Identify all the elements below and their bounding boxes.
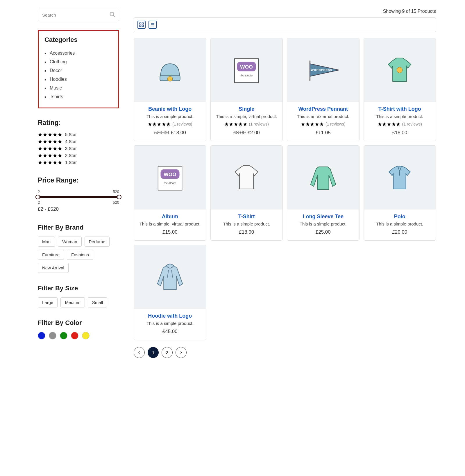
product-title[interactable]: T-Shirt with Logo bbox=[367, 106, 432, 112]
categories-title: Categories bbox=[44, 36, 112, 44]
svg-text:WOO: WOO bbox=[164, 171, 176, 177]
rating-label: 5 Star bbox=[65, 132, 77, 137]
product-card: Hoodie with LogoThis is a simple product… bbox=[134, 245, 206, 340]
category-item[interactable]: Music bbox=[44, 84, 112, 92]
product-description: This is a simple product. bbox=[214, 221, 279, 226]
price-slider-track[interactable] bbox=[38, 196, 119, 198]
product-rating: (1 reviews) bbox=[214, 122, 279, 126]
product-title[interactable]: WordPress Pennant bbox=[291, 106, 356, 112]
list-view-button[interactable] bbox=[149, 21, 157, 29]
price-title: Price Range: bbox=[38, 176, 119, 184]
price-range-text: £2 - £520 bbox=[38, 206, 119, 212]
product-price: £3.00£2.00 bbox=[214, 130, 279, 136]
product-image-wrap[interactable]: WORDPRESS bbox=[287, 38, 359, 102]
star-icon bbox=[53, 153, 57, 158]
brand-tag[interactable]: Perfume bbox=[85, 237, 110, 247]
category-item[interactable]: Hoodies bbox=[44, 75, 112, 84]
brand-tag[interactable]: Fashions bbox=[67, 250, 93, 260]
color-swatch[interactable] bbox=[49, 332, 56, 339]
product-card: WOOthe singleSingleThis is a simple, vir… bbox=[210, 38, 283, 141]
star-icon bbox=[43, 139, 47, 144]
star-icon bbox=[53, 160, 57, 165]
product-image-wrap[interactable] bbox=[364, 146, 436, 210]
color-swatch[interactable] bbox=[82, 332, 90, 339]
star-icon bbox=[38, 160, 42, 165]
pagination-page[interactable]: 1 bbox=[148, 347, 159, 358]
star-icon bbox=[229, 122, 233, 126]
rating-filter-row[interactable]: 5 Star bbox=[38, 132, 119, 137]
color-title: Filter By Color bbox=[38, 319, 119, 327]
star-icon bbox=[58, 153, 62, 158]
product-title[interactable]: Hoodie with Logo bbox=[137, 313, 203, 319]
svg-rect-5 bbox=[142, 25, 144, 27]
product-card: T-ShirtThis is a simple product.£18.00 bbox=[210, 145, 283, 241]
product-description: This is a simple product. bbox=[367, 221, 432, 226]
product-price: £11.05 bbox=[291, 130, 356, 136]
star-icon bbox=[48, 132, 52, 137]
brand-tag[interactable]: New Arrival bbox=[38, 263, 69, 273]
star-icon bbox=[53, 139, 57, 144]
product-image bbox=[304, 159, 342, 196]
star-icon bbox=[224, 122, 229, 126]
size-tag[interactable]: Large bbox=[38, 297, 58, 307]
rating-filter-row[interactable]: 4 Star bbox=[38, 139, 119, 144]
star-icon bbox=[38, 146, 42, 151]
price-max-bot: 520 bbox=[113, 200, 119, 205]
color-swatch[interactable] bbox=[71, 332, 78, 339]
brand-filter: Filter By Brand ManWomanPerfumeFurniture… bbox=[38, 224, 119, 273]
review-count: (1 reviews) bbox=[402, 122, 422, 126]
product-price: £18.00 bbox=[214, 229, 279, 235]
pagination-prev[interactable] bbox=[134, 347, 145, 358]
product-title[interactable]: Single bbox=[214, 106, 279, 112]
category-item[interactable]: Accessories bbox=[44, 49, 112, 58]
product-title[interactable]: T-Shirt bbox=[214, 214, 279, 220]
grid-view-button[interactable] bbox=[137, 21, 146, 29]
product-title[interactable]: Long Sleeve Tee bbox=[291, 214, 356, 220]
product-image-wrap[interactable]: WOOthe album bbox=[134, 146, 206, 210]
pagination-next[interactable] bbox=[176, 347, 187, 358]
product-image-wrap[interactable] bbox=[134, 245, 206, 309]
brand-tag[interactable]: Furniture bbox=[38, 250, 64, 260]
rating-filter-row[interactable]: 3 Star bbox=[38, 146, 119, 151]
rating-filter: Rating: 5 Star4 Star3 Star2 Star1 Star bbox=[38, 119, 119, 165]
product-card: PoloThis is a simple product.£20.00 bbox=[364, 145, 436, 241]
product-image-wrap[interactable] bbox=[211, 146, 283, 210]
review-count: (1 reviews) bbox=[249, 122, 269, 126]
product-title[interactable]: Beanie with Logo bbox=[137, 106, 203, 112]
product-image bbox=[151, 51, 189, 89]
svg-point-0 bbox=[110, 12, 114, 16]
price-min-top: 2 bbox=[38, 189, 40, 194]
product-card: T-Shirt with LogoThis is a simple produc… bbox=[364, 38, 436, 141]
price-slider-min-handle[interactable] bbox=[35, 195, 40, 199]
category-item[interactable]: Tshirts bbox=[44, 92, 112, 101]
color-swatch[interactable] bbox=[60, 332, 67, 339]
svg-rect-3 bbox=[142, 23, 144, 24]
pagination-page[interactable]: 2 bbox=[162, 347, 173, 358]
product-card: Long Sleeve TeeThis is a simple product.… bbox=[287, 145, 360, 241]
product-image-wrap[interactable] bbox=[364, 38, 436, 102]
star-icon bbox=[152, 122, 157, 126]
brand-tag[interactable]: Woman bbox=[58, 237, 81, 247]
product-image-wrap[interactable] bbox=[134, 38, 206, 102]
star-icon bbox=[319, 122, 324, 126]
product-image-wrap[interactable] bbox=[287, 146, 359, 210]
rating-title: Rating: bbox=[38, 119, 119, 127]
category-item[interactable]: Decor bbox=[44, 66, 112, 75]
category-item[interactable]: Clothing bbox=[44, 58, 112, 66]
rating-filter-row[interactable]: 2 Star bbox=[38, 153, 119, 158]
brand-tag[interactable]: Man bbox=[38, 237, 55, 247]
rating-filter-row[interactable]: 1 Star bbox=[38, 160, 119, 165]
color-swatch[interactable] bbox=[38, 332, 45, 339]
search-input[interactable] bbox=[38, 9, 119, 21]
star-icon bbox=[48, 139, 52, 144]
search-icon[interactable] bbox=[109, 11, 116, 19]
size-tag[interactable]: Small bbox=[88, 297, 108, 307]
product-image-wrap[interactable]: WOOthe single bbox=[211, 38, 283, 102]
product-image bbox=[228, 159, 265, 196]
product-title[interactable]: Polo bbox=[367, 214, 432, 220]
star-icon bbox=[38, 153, 42, 158]
price-slider-max-handle[interactable] bbox=[117, 195, 121, 199]
product-price: £25.00 bbox=[291, 229, 356, 235]
product-title[interactable]: Album bbox=[137, 214, 203, 220]
size-tag[interactable]: Medium bbox=[60, 297, 85, 307]
